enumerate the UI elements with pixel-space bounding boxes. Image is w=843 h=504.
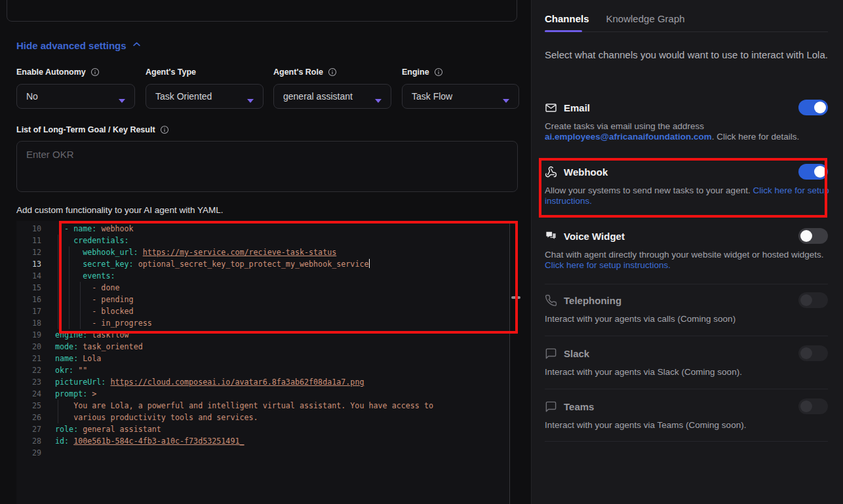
dropdown-value: No (26, 91, 38, 102)
channel-description: Allow your systems to send new tasks to … (545, 185, 831, 207)
field-label: Enable Autonomy (16, 68, 135, 77)
channel-header: Email (545, 100, 828, 115)
field-label-text: Agent's Role (273, 68, 323, 77)
line-code: - in_progress (55, 319, 152, 328)
code-link: https://cloud.composeai.io/avatar6.8fa3a… (110, 378, 364, 387)
line-number: 18 (16, 317, 41, 329)
code-token: credentials: (55, 236, 129, 245)
hide-advanced-settings-link[interactable]: Hide advanced settings (16, 39, 142, 51)
active-tab-underline (545, 30, 582, 32)
channel-title: Telephoning (564, 295, 621, 306)
webhook-toggle[interactable] (798, 164, 828, 180)
info-icon[interactable] (434, 68, 443, 77)
channels-intro-text: Select what channels you would want to u… (545, 48, 831, 62)
channel-title: Voice Widget (564, 231, 625, 242)
editor-line: 19engine: taskflow (16, 329, 509, 341)
editor-line: 24prompt: > (16, 388, 509, 400)
channel-description: Interact with your agents via Teams (Com… (545, 420, 831, 431)
telephoning-toggle (798, 292, 828, 308)
field-enable-autonomy: Enable AutonomyNo (16, 68, 135, 109)
line-code: - blocked (55, 307, 134, 316)
line-code: id: 100e561b-584c-4fb3-a10c-f73d53251491… (55, 436, 245, 446)
yaml-editor[interactable]: 10 - name: webhook11 credentials:12 webh… (16, 221, 510, 504)
dropdown-enable-autonomy[interactable]: No (16, 84, 135, 109)
line-code: - done (55, 283, 120, 292)
editor-line: 28id: 100e561b-584c-4fb3-a10c-f73d532514… (16, 435, 509, 447)
field-label: Agent's Type (146, 68, 264, 77)
channel-header: Telephoning (545, 292, 828, 308)
chevron-down-icon (119, 94, 125, 98)
code-token: "" (78, 366, 87, 375)
description-text: . Click here for details. (712, 132, 800, 142)
okr-label: List of Long-Term Goal / Key Result (16, 125, 169, 134)
info-icon[interactable] (90, 68, 100, 77)
field-label-text: Agent's Type (146, 68, 196, 77)
line-code: prompt: > (55, 389, 96, 398)
code-token: - done (55, 283, 120, 292)
voice-widget-icon (545, 230, 557, 242)
tab-channels[interactable]: Channels (545, 13, 589, 24)
editor-scrollbar-handle[interactable] (511, 296, 520, 299)
editor-line: 18 - in_progress (16, 317, 509, 329)
teams-toggle (798, 398, 828, 414)
description-text: Chat with agent directly through your we… (545, 250, 823, 260)
channel-description: Interact with your agents via calls (Com… (545, 314, 831, 324)
line-code: engine: taskflow (55, 330, 129, 339)
dropdown-agent-s-role[interactable]: general assistant (273, 84, 391, 109)
description-text: Create tasks via email using the address (545, 121, 704, 131)
editor-line: 23pictureUrl: https://cloud.composeai.io… (16, 376, 509, 388)
webhook-icon (545, 166, 557, 178)
chevron-down-icon (375, 94, 382, 98)
dropdown-engine[interactable]: Task Flow (402, 84, 519, 109)
section-divider (545, 389, 828, 389)
description-text: Allow your systems to send new tasks to … (545, 185, 753, 195)
yaml-caption: Add custom functionality to your AI agen… (16, 205, 223, 215)
okr-textarea[interactable]: Enter OKR (16, 141, 518, 192)
line-code: - name: webhook (55, 224, 134, 233)
line-code: secret_key: optional_secret_key_top_prot… (55, 260, 370, 269)
line-number: 17 (16, 305, 41, 317)
code-token: prompt: (55, 389, 92, 398)
info-icon[interactable] (160, 125, 169, 134)
email-address-link[interactable]: ai.employees@africanaifoundation.com (545, 132, 712, 142)
editor-line: 10 - name: webhook (16, 223, 509, 235)
form-input-partial[interactable] (7, 0, 517, 22)
line-number: 28 (16, 435, 41, 447)
dropdown-agent-s-type[interactable]: Task Oriented (146, 84, 264, 109)
setup-link[interactable]: Click here for setup instructions. (545, 260, 671, 270)
line-number: 26 (16, 412, 41, 423)
code-token: secret_key: (55, 260, 138, 269)
toggle-knob (814, 102, 826, 113)
code-token: Lola (83, 354, 101, 363)
channel-voice-widget: Voice WidgetChat with agent directly thr… (545, 228, 828, 271)
line-number: 21 (16, 353, 41, 364)
code-token: role: (55, 425, 83, 434)
channel-header: Webhook (545, 164, 828, 180)
code-token: id: (55, 436, 73, 446)
channel-title: Slack (564, 348, 589, 359)
dropdown-value: Task Oriented (155, 91, 212, 102)
field-agent-s-type: Agent's TypeTask Oriented (146, 68, 264, 109)
code-token: various productivity tools and services. (55, 413, 258, 422)
email-toggle[interactable] (798, 100, 828, 115)
editor-line: 21name: Lola (16, 353, 509, 364)
line-code: webhook_url: https://my-service.com/reci… (55, 248, 336, 257)
editor-line: 26 various productivity tools and servic… (16, 412, 509, 423)
tab-knowledge-graph[interactable]: Knowledge Graph (606, 13, 685, 24)
code-token: - name: (55, 224, 101, 233)
channel-telephoning: TelephoningInteract with your agents via… (545, 292, 828, 324)
indent-guide (69, 246, 69, 329)
phone-icon (545, 294, 557, 307)
toggle-knob (800, 400, 812, 412)
channels-panel: Channels Knowledge Graph Select what cha… (531, 0, 843, 504)
line-number: 13 (16, 258, 41, 270)
code-link: 100e561b-584c-4fb3-a10c-f73d53251491_ (73, 436, 244, 446)
editor-line: 27role: general assistant (16, 423, 509, 435)
voice-widget-toggle[interactable] (798, 228, 828, 244)
info-icon[interactable] (328, 68, 337, 77)
field-label-text: Enable Autonomy (16, 68, 86, 77)
field-label: Engine (402, 68, 519, 77)
section-divider (545, 284, 828, 284)
channel-email: EmailCreate tasks via email using the ad… (545, 100, 828, 143)
channel-header: Slack (545, 345, 828, 361)
